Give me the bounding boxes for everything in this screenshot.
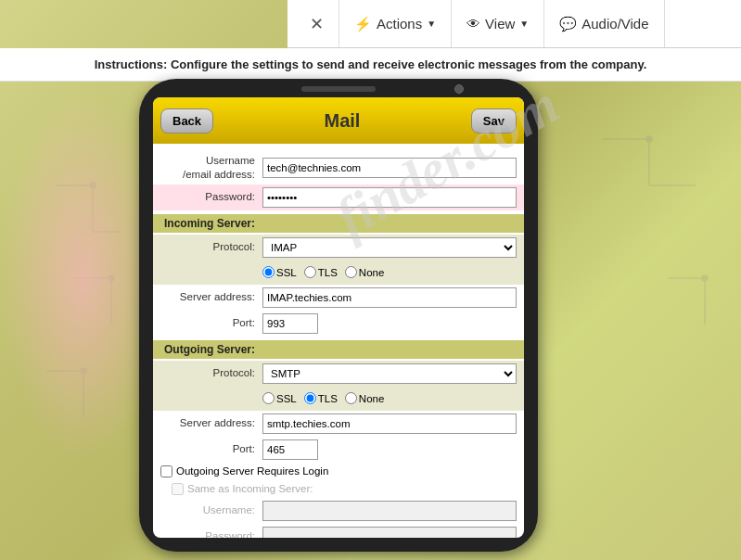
incoming-none-radio[interactable] xyxy=(345,266,357,278)
svg-point-15 xyxy=(646,136,652,142)
incoming-protocol-select[interactable]: IMAP POP3 xyxy=(262,237,517,258)
outgoing-username-label: Username: xyxy=(160,503,262,517)
outgoing-server-address-input[interactable] xyxy=(262,414,517,434)
outgoing-ssl-label: SSL xyxy=(276,393,297,404)
instructions-text: Instructions: Configure the settings to … xyxy=(95,57,647,71)
incoming-server-address-row: Server address: xyxy=(153,285,524,311)
actions-label: Actions xyxy=(377,16,422,32)
phone-frame: Back Mail Sav Username /email address: P… xyxy=(139,79,538,552)
incoming-port-input[interactable] xyxy=(262,313,318,334)
username-input[interactable] xyxy=(262,158,517,178)
same-as-incoming-row: Same as Incoming Server: xyxy=(153,480,524,498)
outgoing-ssl-radio[interactable] xyxy=(262,392,275,404)
outgoing-ssl-option[interactable]: SSL xyxy=(262,392,297,404)
audiovideo-icon: 💬 xyxy=(559,16,577,32)
outgoing-port-input[interactable] xyxy=(262,439,318,460)
username-label: Username /email address: xyxy=(160,154,262,182)
incoming-server-address-input[interactable] xyxy=(262,287,517,308)
incoming-ssl-label: SSL xyxy=(276,267,297,278)
incoming-none-label: None xyxy=(359,267,385,278)
actions-icon: ⚡ xyxy=(354,16,372,32)
password-label: Password: xyxy=(160,190,262,204)
incoming-protocol-row: Protocol: IMAP POP3 xyxy=(153,235,524,261)
incoming-tls-label: TLS xyxy=(318,267,338,278)
incoming-security-group: SSL TLS None xyxy=(262,266,384,278)
incoming-ssl-radio[interactable] xyxy=(262,266,275,278)
requires-login-row: Outgoing Server Requires Login xyxy=(153,463,524,480)
toolbar: ✕ ⚡ Actions ▼ 👁 View ▼ 💬 Audio/Vide xyxy=(287,0,741,48)
instructions-bar: Instructions: Configure the settings to … xyxy=(0,48,741,82)
view-label: View xyxy=(485,16,515,32)
outgoing-tls-option[interactable]: TLS xyxy=(304,392,338,404)
view-icon: 👁 xyxy=(466,16,480,32)
outgoing-password-row: Password: xyxy=(153,524,524,538)
back-button[interactable]: Back xyxy=(160,108,213,134)
back-label: Back xyxy=(172,114,201,128)
outgoing-password-label: Password: xyxy=(160,529,262,538)
view-button[interactable]: 👁 View ▼ xyxy=(452,0,544,47)
svg-point-16 xyxy=(702,275,708,281)
outgoing-server-address-label: Server address: xyxy=(160,416,262,430)
outgoing-username-input[interactable] xyxy=(262,501,517,521)
outgoing-protocol-label: Protocol: xyxy=(160,366,262,380)
requires-login-label: Outgoing Server Requires Login xyxy=(176,465,328,477)
close-button[interactable]: ✕ xyxy=(295,0,339,47)
incoming-tls-radio[interactable] xyxy=(304,266,316,278)
outgoing-none-radio[interactable] xyxy=(345,392,357,404)
phone-header: Back Mail Sav xyxy=(153,97,524,144)
outgoing-none-option[interactable]: None xyxy=(345,392,385,404)
requires-login-checkbox[interactable] xyxy=(160,465,172,477)
phone-title: Mail xyxy=(325,110,361,132)
outgoing-protocol-row: Protocol: SMTP xyxy=(153,361,524,387)
save-button[interactable]: Sav xyxy=(471,108,517,134)
outgoing-security-group: SSL TLS None xyxy=(262,392,384,404)
password-input[interactable] xyxy=(262,187,517,208)
outgoing-server-address-row: Server address: xyxy=(153,411,524,437)
actions-dropdown-icon: ▼ xyxy=(427,19,436,29)
username-row: Username /email address: xyxy=(153,151,524,185)
outgoing-password-input[interactable] xyxy=(262,527,517,538)
outgoing-none-label: None xyxy=(359,393,385,404)
mail-form: Username /email address: Password: Incom… xyxy=(153,144,524,538)
incoming-server-address-label: Server address: xyxy=(160,290,262,304)
incoming-protocol-label: Protocol: xyxy=(160,240,262,254)
phone-screen: Back Mail Sav Username /email address: P… xyxy=(153,97,524,538)
incoming-security-row: SSL TLS None xyxy=(153,261,524,285)
same-as-incoming-checkbox[interactable] xyxy=(172,483,184,495)
outgoing-port-label: Port: xyxy=(160,442,262,456)
audiovideo-label: Audio/Vide xyxy=(581,16,648,32)
password-row: Password: xyxy=(153,185,524,210)
outgoing-port-row: Port: xyxy=(153,437,524,463)
save-label: Sav xyxy=(483,114,505,128)
incoming-port-label: Port: xyxy=(160,316,262,330)
audiovideo-button[interactable]: 💬 Audio/Vide xyxy=(544,0,664,47)
outgoing-server-header: Outgoing Server: xyxy=(153,340,524,359)
incoming-ssl-option[interactable]: SSL xyxy=(262,266,297,278)
incoming-server-header: Incoming Server: xyxy=(153,214,524,233)
view-dropdown-icon: ▼ xyxy=(519,19,529,29)
outgoing-security-row: SSL TLS None xyxy=(153,387,524,411)
outgoing-tls-radio[interactable] xyxy=(304,392,316,404)
incoming-none-option[interactable]: None xyxy=(345,266,385,278)
outgoing-protocol-select[interactable]: SMTP xyxy=(262,363,517,384)
outgoing-tls-label: TLS xyxy=(318,393,338,404)
same-as-incoming-label: Same as Incoming Server: xyxy=(187,483,313,494)
phone-camera xyxy=(454,84,464,94)
incoming-tls-option[interactable]: TLS xyxy=(304,266,338,278)
incoming-port-row: Port: xyxy=(153,311,524,337)
actions-button[interactable]: ⚡ Actions ▼ xyxy=(339,0,452,47)
phone-notch xyxy=(301,86,376,92)
outgoing-username-row: Username: xyxy=(153,498,524,524)
